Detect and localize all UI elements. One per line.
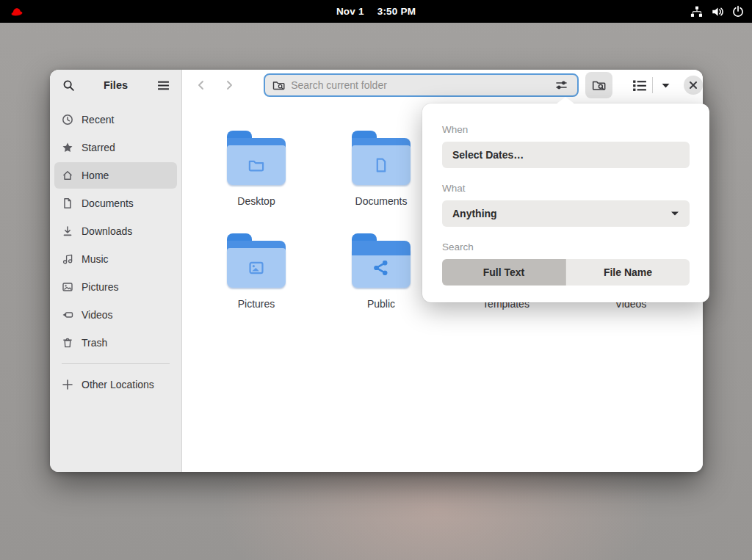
full-text-button[interactable]: Full Text [442,259,565,286]
select-dates-label: Select Dates… [452,149,524,161]
sidebar-item-label: Pictures [82,281,119,293]
clock-time: 3:50 PM [377,6,416,17]
search-mode-toggle: Full Text File Name [442,259,690,286]
search-toggle-button[interactable] [585,72,612,98]
search-mode-label: Search [442,241,690,252]
clock[interactable]: Nov 13:50 PM [0,6,752,17]
search-filters-icon [554,79,568,91]
sidebar-item-other-locations[interactable]: Other Locations [54,371,177,398]
search-filters-button[interactable] [552,76,570,94]
sidebar-item-downloads[interactable]: Downloads [54,218,177,244]
home-icon [62,170,73,181]
star-icon [62,142,73,153]
caret-down-icon [661,82,670,89]
view-button-separator [652,77,653,93]
folder-search-icon [272,79,285,92]
folder-item-desktop[interactable]: Desktop [198,126,315,207]
chevron-right-icon [224,80,234,90]
sidebar-item-label: Videos [82,309,113,321]
sidebar-list: Recent Starred Home Docum [50,101,181,398]
main-menu-button[interactable] [155,77,171,93]
volume-icon [711,5,724,18]
sidebar-item-pictures[interactable]: Pictures [54,274,177,300]
app-title: Files [76,79,155,91]
sidebar-divider [62,363,170,364]
folder-icon [352,126,411,191]
sidebar-item-label: Starred [82,142,115,153]
folder-icon [227,126,286,191]
what-label: What [442,183,690,194]
video-camera-icon [62,309,73,321]
sidebar-item-label: Recent [82,114,114,126]
sidebar-search-button[interactable] [60,77,76,93]
back-button[interactable] [192,76,211,95]
top-bar: Nov 13:50 PM [0,0,752,23]
sidebar-item-home[interactable]: Home [54,162,177,189]
music-note-icon [62,253,73,265]
search-entry[interactable] [264,73,579,97]
folder-item-pictures[interactable]: Pictures [198,229,315,310]
folder-glyph-icon [247,156,266,175]
sidebar-item-documents[interactable]: Documents [54,190,177,217]
trash-icon [62,337,73,349]
when-label: When [442,124,690,135]
caret-down-icon [670,211,679,217]
download-icon [62,225,73,237]
view-options-caret-button[interactable] [657,77,673,93]
sidebar-item-music[interactable]: Music [54,246,177,272]
close-icon [689,81,698,90]
chevron-left-icon [196,80,206,90]
search-icon [62,79,75,92]
plus-icon [62,379,73,390]
folder-label: Public [322,298,440,310]
folder-label: Desktop [198,195,315,207]
image-glyph-icon [247,258,266,277]
list-view-button[interactable] [632,77,648,93]
file-type-dropdown[interactable]: Anything [442,200,690,227]
sidebar-item-label: Downloads [82,225,132,237]
folder-icon [352,229,411,294]
image-icon [62,281,73,293]
sidebar-item-recent[interactable]: Recent [54,106,177,133]
window-close-button[interactable] [684,76,703,95]
sidebar: Files Recent Starr [50,70,182,472]
file-name-button[interactable]: File Name [565,259,690,286]
select-dates-button[interactable]: Select Dates… [442,142,690,168]
sidebar-item-label: Trash [82,337,107,349]
file-type-value: Anything [452,208,670,219]
sidebar-item-videos[interactable]: Videos [54,302,177,328]
sidebar-item-label: Documents [82,197,134,209]
view-options-split-button [632,77,673,93]
sidebar-header: Files [50,70,181,101]
popover-arrow [556,97,575,104]
sidebar-item-trash[interactable]: Trash [54,330,177,356]
system-status-area[interactable] [690,0,745,23]
sidebar-item-label: Other Locations [82,379,154,390]
sidebar-item-label: Home [82,170,109,181]
folder-label: Pictures [198,298,315,310]
power-icon [731,5,745,18]
sidebar-item-starred[interactable]: Starred [54,134,177,161]
clock-date: Nov 1 [336,6,364,17]
network-wired-icon [690,5,704,18]
folder-search-icon [592,79,606,92]
folder-icon [227,229,286,294]
forward-button[interactable] [220,76,239,95]
share-glyph-icon [372,258,391,277]
list-view-icon [632,79,647,92]
clock-icon [62,114,73,126]
search-filter-popover: When Select Dates… What Anything Search … [422,103,709,302]
sidebar-item-label: Music [82,253,109,265]
document-glyph-icon [372,156,391,175]
document-icon [62,197,73,209]
search-input[interactable] [291,79,552,91]
main-header [183,70,703,101]
hamburger-menu-icon [157,80,170,91]
